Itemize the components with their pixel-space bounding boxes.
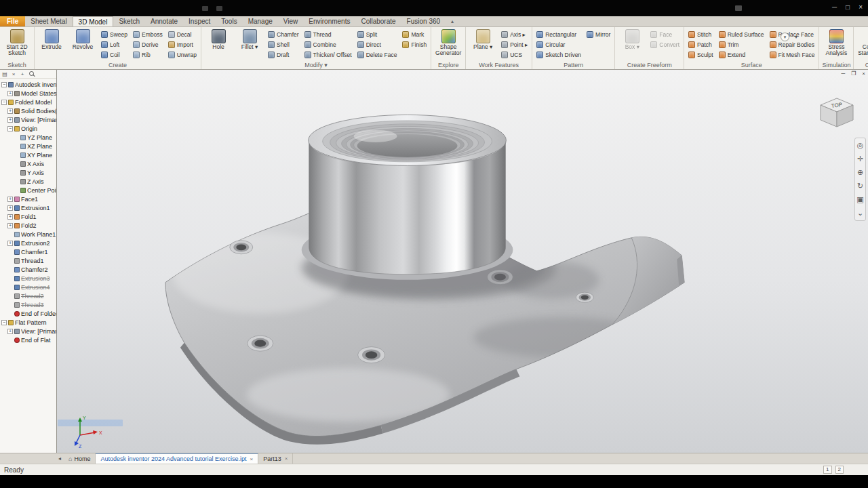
qat-icon[interactable] bbox=[216, 6, 222, 11]
button-fit-mesh-face[interactable]: Fit Mesh Face bbox=[768, 49, 817, 60]
button-draft[interactable]: Draft bbox=[266, 49, 301, 60]
view-cube[interactable]: TOP bbox=[815, 89, 859, 132]
tree-item-end-of-flat[interactable]: End of Flat bbox=[0, 336, 56, 344]
expander-icon[interactable]: + bbox=[7, 241, 13, 246]
hole-3[interactable] bbox=[576, 292, 593, 302]
expander-icon[interactable]: + bbox=[7, 223, 13, 228]
tree-item-folded-model[interactable]: −Folded Model bbox=[0, 98, 56, 106]
button-direct[interactable]: Direct bbox=[355, 39, 399, 49]
button-stress-analysis[interactable]: Stress Analysis bbox=[821, 28, 851, 56]
button-plane[interactable]: Plane ▾ bbox=[468, 28, 498, 50]
doc-close-button[interactable]: × bbox=[862, 70, 865, 77]
tree-item-z-axis[interactable]: Z Axis bbox=[0, 177, 56, 186]
doc-tab-autodesk-inventor-2024-advanced-tutorial-exercise-ipt[interactable]: Autodesk inventor 2024 Advanced tutorial… bbox=[96, 453, 258, 464]
doc-restore-button[interactable]: ❐ bbox=[851, 70, 856, 77]
button-thicken-offset[interactable]: Thicken/ Offset bbox=[302, 49, 354, 60]
tab-3d-model[interactable]: 3D Model bbox=[73, 16, 114, 26]
button-unwrap[interactable]: Unwrap bbox=[166, 49, 199, 60]
expander-icon[interactable]: + bbox=[7, 117, 13, 123]
button-mirror[interactable]: Mirror bbox=[585, 29, 612, 39]
panel-label-convert[interactable]: Convert bbox=[856, 61, 868, 69]
cylinder-boss[interactable] bbox=[301, 115, 545, 296]
tree-item-chamfer1[interactable]: Chamfer1 bbox=[0, 247, 56, 256]
tree-item-fold2[interactable]: +Fold2 bbox=[0, 221, 56, 230]
expander-icon[interactable]: − bbox=[1, 82, 7, 87]
close-button[interactable]: × bbox=[859, 3, 863, 12]
panel-label-pattern[interactable]: Pattern bbox=[534, 61, 612, 69]
expander-icon[interactable]: + bbox=[7, 108, 13, 114]
button-trim[interactable]: Trim bbox=[717, 39, 766, 49]
button-decal[interactable]: Decal bbox=[166, 29, 199, 39]
hole-4[interactable] bbox=[248, 336, 273, 351]
panel-label-explore[interactable]: Explore bbox=[433, 61, 463, 69]
tree-item-face1[interactable]: +Face1 bbox=[0, 195, 56, 203]
tab-fusion-360[interactable]: Fusion 360 bbox=[401, 16, 446, 26]
tab-sketch[interactable]: Sketch bbox=[113, 16, 145, 26]
button-fillet[interactable]: Fillet ▾ bbox=[235, 28, 264, 50]
navigation-wheel-icon[interactable]: ◎ bbox=[857, 142, 864, 149]
tree-item-fold1[interactable]: +Fold1 bbox=[0, 212, 56, 221]
expander-icon[interactable]: + bbox=[7, 91, 13, 96]
tab-manage[interactable]: Manage bbox=[243, 16, 278, 26]
doc-minimize-button[interactable]: ─ bbox=[841, 70, 845, 77]
expander-icon[interactable]: − bbox=[1, 320, 7, 325]
button-start-2d-sketch[interactable]: Start 2D Sketch bbox=[2, 28, 32, 56]
button-derive[interactable]: Derive bbox=[131, 39, 165, 49]
button-finish[interactable]: Finish bbox=[400, 39, 429, 49]
tree-item-extrusion1[interactable]: +Extrusion1 bbox=[0, 203, 56, 212]
panel-label-surface[interactable]: Surface bbox=[686, 61, 816, 69]
minimize-button[interactable]: ─ bbox=[832, 3, 837, 12]
tree-item-thread1[interactable]: Thread1 bbox=[0, 256, 56, 265]
tree-item-view-primary[interactable]: +View: [Primary] bbox=[0, 115, 56, 124]
tree-item-y-axis[interactable]: Y Axis bbox=[0, 168, 56, 177]
button-ucs[interactable]: UCS bbox=[499, 49, 530, 60]
maximize-button[interactable]: □ bbox=[846, 3, 850, 12]
expander-icon[interactable]: + bbox=[7, 214, 13, 220]
expander-icon[interactable]: − bbox=[7, 126, 13, 131]
button-import[interactable]: Import bbox=[166, 39, 199, 49]
button-axis[interactable]: Axis ▸ bbox=[499, 29, 530, 39]
button-rib[interactable]: Rib bbox=[131, 49, 165, 60]
tab-collaborate[interactable]: Collaborate bbox=[355, 16, 401, 26]
expander-icon[interactable]: + bbox=[7, 197, 13, 202]
button-extend[interactable]: Extend bbox=[717, 49, 766, 60]
ribbon-collapse-button[interactable]: ▴ bbox=[448, 16, 456, 26]
button-thread[interactable]: Thread bbox=[302, 29, 354, 39]
tree-item-origin[interactable]: −Origin bbox=[0, 124, 56, 133]
tree-item-flat-pattern[interactable]: −Flat Pattern bbox=[0, 318, 56, 327]
tree-item-extrusion2[interactable]: +Extrusion2 bbox=[0, 239, 56, 247]
panel-label-modify[interactable]: Modify ▾ bbox=[203, 61, 429, 69]
pan-icon[interactable]: ✛ bbox=[857, 155, 863, 163]
file-menu-button[interactable]: File bbox=[0, 16, 25, 26]
tree-item-xy-plane[interactable]: XY Plane bbox=[0, 150, 56, 159]
tree-item-center-poin[interactable]: Center Poin bbox=[0, 186, 56, 195]
zoom-icon[interactable]: ⊕ bbox=[857, 169, 863, 176]
internal-threads[interactable] bbox=[330, 124, 485, 161]
tab-scroll-left-button[interactable]: ◂ bbox=[0, 453, 64, 464]
browser-filter-icon[interactable]: ▤ bbox=[2, 70, 7, 77]
tree-item-view-primary[interactable]: +View: [Primary] bbox=[0, 327, 56, 336]
button-circular[interactable]: Circular bbox=[534, 39, 583, 49]
button-point[interactable]: Point ▸ bbox=[499, 39, 530, 49]
tree-item-extrusion4[interactable]: Extrusion4 bbox=[0, 283, 56, 291]
quick-access-toolbar[interactable] bbox=[202, 6, 222, 11]
tree-item-work-plane1[interactable]: Work Plane1 bbox=[0, 230, 56, 239]
orbit-icon[interactable]: ↻ bbox=[857, 182, 863, 190]
tree-item-yz-plane[interactable]: YZ Plane bbox=[0, 133, 56, 142]
page-chip-1[interactable]: 1 bbox=[823, 466, 831, 474]
browser-search-icon[interactable] bbox=[28, 70, 35, 77]
tab-inspect[interactable]: Inspect bbox=[183, 16, 216, 26]
button-sweep[interactable]: Sweep bbox=[99, 29, 130, 39]
viewport[interactable]: ─❐× TOP ◎✛⊕↻▣⌄ X Y Z bbox=[57, 70, 868, 453]
panel-label-simulation[interactable]: Simulation bbox=[821, 61, 851, 69]
tree-item-solid-bodies-1[interactable]: +Solid Bodies(1) bbox=[0, 106, 56, 115]
browser-close-icon[interactable]: × bbox=[11, 70, 16, 77]
tree-item-xz-plane[interactable]: XZ Plane bbox=[0, 142, 56, 150]
look-at-icon[interactable]: ▣ bbox=[856, 196, 863, 203]
expander-icon[interactable]: + bbox=[7, 329, 13, 334]
button-emboss[interactable]: Emboss bbox=[131, 29, 165, 39]
tree-item-model-states-pri[interactable]: +Model States: [Pri bbox=[0, 89, 56, 98]
tree-item-end-of-folded[interactable]: End of Folded bbox=[0, 309, 56, 318]
button-loft[interactable]: Loft bbox=[99, 39, 130, 49]
expander-icon[interactable]: − bbox=[1, 100, 7, 105]
